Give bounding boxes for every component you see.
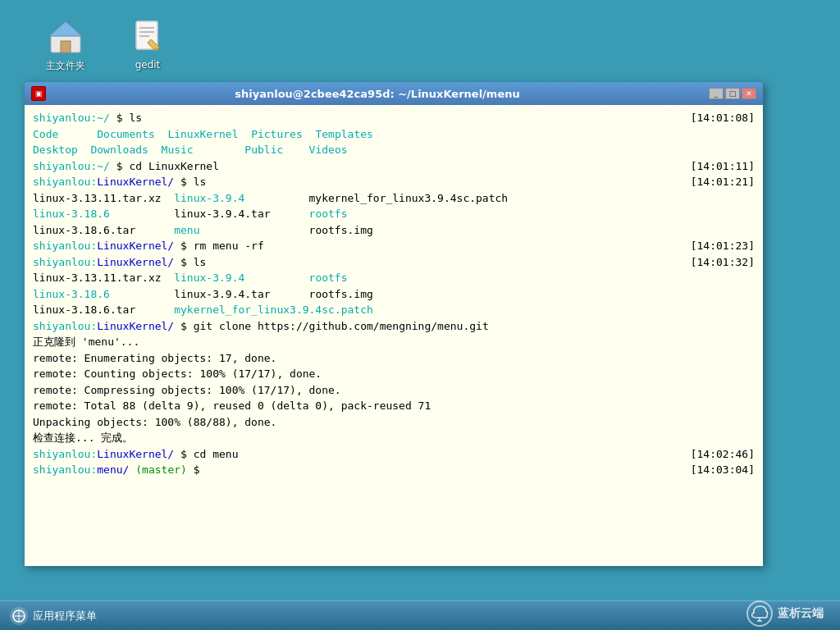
taskbar: 应用程序菜单 蓝析云端: [0, 600, 840, 630]
terminal-line: linux-3.13.11.tar.xz linux-3.9.4 mykerne…: [33, 190, 755, 207]
terminal-line: 正克隆到 'menu'...: [33, 334, 755, 350]
terminal-line: remote: Compressing objects: 100% (17/17…: [33, 382, 755, 399]
terminal-body[interactable]: shiyanlou:~/ $ ls [14:01:08] Code Docume…: [25, 105, 763, 566]
taskbar-logo: [10, 607, 28, 625]
terminal-line: linux-3.18.6.tar menu rootfs.img: [33, 222, 755, 239]
terminal-line: shiyanlou:LinuxKernel/ $ ls [14:01:32]: [33, 254, 755, 271]
gedit-icon[interactable]: gedit: [115, 16, 180, 71]
terminal-line: shiyanlou:LinuxKernel/ $ rm menu -rf [14…: [33, 238, 755, 254]
terminal-line: shiyanlou:LinuxKernel/ $ git clone https…: [33, 318, 755, 335]
home-folder-image: [46, 16, 85, 56]
terminal-line: Code Documents LinuxKernel Pictures Temp…: [33, 126, 755, 143]
svg-rect-2: [61, 41, 71, 52]
terminal-line: 检查连接... 完成。: [33, 430, 755, 446]
terminal-window: ▣ shiyanlou@2cbee42ca95d: ~/LinuxKernel/…: [25, 82, 763, 566]
terminal-line: linux-3.13.11.tar.xz linux-3.9.4 rootfs: [33, 270, 755, 286]
terminal-line: shiyanlou:LinuxKernel/ $ ls [14:01:21]: [33, 174, 755, 190]
app-menu-label: 应用程序菜单: [33, 609, 97, 623]
close-button[interactable]: ✕: [742, 88, 756, 99]
brand-text: 蓝析云端: [778, 606, 824, 621]
gedit-image: [128, 16, 167, 56]
terminal-line: shiyanlou:LinuxKernel/ $ cd menu [14:02:…: [33, 446, 755, 463]
terminal-line: shiyanlou:menu/ (master) $ [14:03:04]: [33, 462, 755, 478]
terminal-line: remote: Total 88 (delta 9), reused 0 (de…: [33, 398, 755, 414]
app-menu-button[interactable]: 应用程序菜单: [10, 607, 97, 625]
minimize-button[interactable]: _: [709, 88, 724, 99]
terminal-line: remote: Enumerating objects: 17, done.: [33, 350, 755, 367]
window-controls: _ □ ✕: [709, 88, 756, 99]
terminal-title: shiyanlou@2cbee42ca95d: ~/LinuxKernel/me…: [46, 88, 709, 100]
home-folder-icon[interactable]: 主文件夹: [33, 16, 98, 73]
maximize-button[interactable]: □: [725, 88, 740, 99]
brand-icon: [746, 600, 773, 627]
terminal-line: linux-3.18.6.tar mykernel_for_linux3.9.4…: [33, 302, 755, 318]
terminal-line: linux-3.18.6 linux-3.9.4.tar rootfs: [33, 206, 755, 222]
gedit-label: gedit: [135, 59, 161, 71]
terminal-line: Desktop Downloads Music Public Videos: [33, 142, 755, 158]
terminal-titlebar: ▣ shiyanlou@2cbee42ca95d: ~/LinuxKernel/…: [25, 82, 763, 105]
terminal-line: Unpacking objects: 100% (88/88), done.: [33, 414, 755, 431]
home-folder-label: 主文件夹: [46, 59, 85, 73]
terminal-line: remote: Counting objects: 100% (17/17), …: [33, 366, 755, 382]
terminal-line: linux-3.18.6 linux-3.9.4.tar rootfs.img: [33, 286, 755, 303]
terminal-icon: ▣: [31, 86, 46, 101]
terminal-line: shiyanlou:~/ $ cd LinuxKernel [14:01:11]: [33, 158, 755, 175]
terminal-line: shiyanlou:~/ $ ls [14:01:08]: [33, 110, 755, 126]
brand-logo: 蓝析云端: [746, 600, 824, 627]
svg-marker-1: [49, 21, 82, 36]
